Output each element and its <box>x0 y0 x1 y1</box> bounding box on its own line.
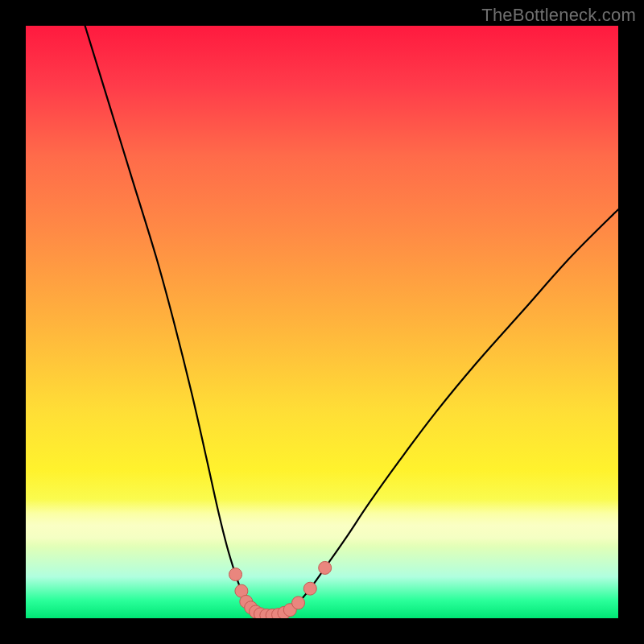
plot-gradient-area <box>26 26 618 618</box>
watermark-text: TheBottleneck.com <box>481 5 636 26</box>
chart-frame: TheBottleneck.com <box>0 0 644 644</box>
